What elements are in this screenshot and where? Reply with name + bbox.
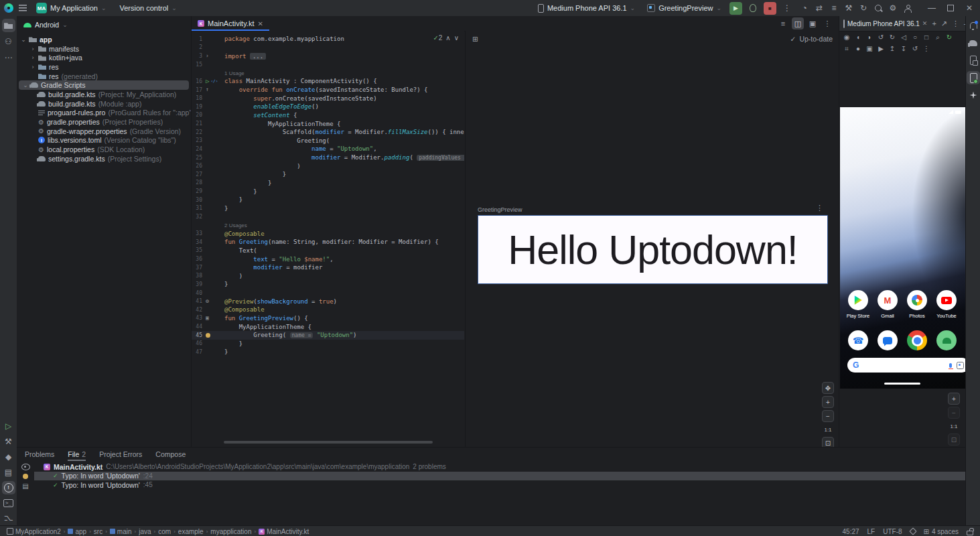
- code-line-35[interactable]: 35 Text(: [192, 247, 464, 255]
- version-control-tool-icon[interactable]: ⌥: [2, 512, 15, 525]
- code-line-31[interactable]: 31}: [192, 204, 464, 213]
- search-everywhere-icon[interactable]: [871, 1, 885, 15]
- code-line-39[interactable]: 39}: [192, 280, 464, 289]
- volume-down-icon[interactable]: ◗: [864, 32, 875, 42]
- app-quality-insights-icon[interactable]: ◆: [2, 450, 15, 464]
- code-line-38[interactable]: 38 ): [192, 272, 464, 281]
- horizontal-scrollbar[interactable]: [224, 441, 433, 444]
- device-zoom-out-button[interactable]: −: [948, 407, 960, 419]
- code-line-47[interactable]: 47}: [192, 348, 464, 356]
- tree-item-res-generated[interactable]: res (generated): [17, 72, 191, 81]
- rotate-right-icon[interactable]: ↻: [887, 32, 898, 42]
- code-line-24[interactable]: 24 name = "Uptodown",: [192, 145, 464, 153]
- code-line-46[interactable]: 46 }: [192, 340, 464, 348]
- google-search-bar[interactable]: G: [847, 358, 965, 373]
- code-line-23[interactable]: 23 Greeting(: [192, 137, 464, 145]
- preview-more-icon[interactable]: ⋮: [816, 204, 823, 212]
- quick-fix-icon[interactable]: [23, 474, 28, 479]
- tree-item-kotlin-java[interactable]: ›kotlin+java: [17, 53, 191, 62]
- prev-problem-icon[interactable]: ∧: [445, 34, 450, 42]
- structure-tool-icon[interactable]: ⚇: [2, 35, 15, 48]
- code-line-16[interactable]: 16▷‹/›class MainActivity : ComponentActi…: [192, 77, 464, 86]
- code-line-19[interactable]: 19 enableEdgeToEdge(): [192, 103, 464, 111]
- record-icon[interactable]: ●: [853, 44, 863, 54]
- breadcrumb-myapplication2[interactable]: MyApplication2: [7, 528, 61, 535]
- usage-hint-line[interactable]: 2 Usages: [192, 221, 464, 230]
- problems-tool-icon[interactable]: !: [2, 481, 15, 494]
- breadcrumb-example[interactable]: example: [178, 528, 204, 535]
- design-view-icon[interactable]: ▣: [807, 17, 819, 29]
- mirroring-icon[interactable]: ↻: [944, 32, 955, 42]
- maximize-button[interactable]: [944, 1, 957, 15]
- run-more-icon[interactable]: ⋮: [780, 1, 794, 15]
- upload-icon[interactable]: ↥: [887, 44, 898, 54]
- zoom-in-button[interactable]: +: [822, 396, 834, 408]
- preview-settings-icon[interactable]: ⚙: [206, 299, 209, 304]
- next-problem-icon[interactable]: ∨: [454, 34, 459, 42]
- code-line-45[interactable]: 45 Greeting( name = "Uptodown"): [192, 331, 464, 340]
- tree-item-app[interactable]: ⌄app: [17, 35, 191, 44]
- add-device-icon[interactable]: +: [932, 19, 936, 27]
- code-line-15[interactable]: 15: [192, 60, 464, 69]
- usage-hint-line[interactable]: 1 Usage: [192, 69, 464, 78]
- back-icon[interactable]: ◁: [898, 32, 909, 42]
- play-store-app-icon[interactable]: [848, 290, 868, 310]
- phone-app-icon[interactable]: ☎: [848, 330, 868, 350]
- split-view-icon[interactable]: ◫: [792, 17, 804, 29]
- editor-more-icon[interactable]: ⋮: [821, 17, 833, 29]
- more-tool-windows-icon[interactable]: ⋯: [2, 51, 15, 64]
- build-icon[interactable]: ⚒: [842, 1, 855, 15]
- mic-icon[interactable]: [949, 363, 952, 368]
- logcat-icon[interactable]: ▤: [2, 466, 15, 479]
- code-line-29[interactable]: 29 }: [192, 187, 464, 196]
- tree-item-gradle-scripts[interactable]: ⌄Gradle Scripts: [19, 80, 189, 90]
- tree-item-gradle-properties-project-properties[interactable]: ⚙gradle.properties (Project Properties): [17, 117, 191, 127]
- code-line-30[interactable]: 30 }: [192, 196, 464, 204]
- lens-icon[interactable]: [957, 362, 964, 369]
- code-line-3[interactable]: 3›import ...: [192, 52, 464, 60]
- chrome-app-icon[interactable]: [907, 330, 927, 350]
- messages-app-icon[interactable]: [878, 330, 898, 350]
- problems-tab-compose[interactable]: Compose: [155, 448, 186, 461]
- tree-item-proguard-rules-pro-proguard-rules-for-app[interactable]: proguard-rules.pro (ProGuard Rules for "…: [17, 109, 191, 118]
- gemini-icon[interactable]: [967, 88, 980, 102]
- indent-setting[interactable]: ⊞ 4 spaces: [924, 528, 959, 535]
- gradle-tool-icon[interactable]: [967, 36, 980, 50]
- code-view-icon[interactable]: ≡: [777, 17, 789, 29]
- preview-problem-icon[interactable]: [21, 464, 30, 470]
- highlighting-level-icon[interactable]: [909, 527, 916, 535]
- code-line-32[interactable]: 32: [192, 212, 464, 221]
- settings-icon[interactable]: ⚙: [886, 1, 900, 15]
- inspections-widget[interactable]: ✓2 ∧ ∨: [433, 34, 459, 42]
- gmail-app-icon[interactable]: M: [878, 290, 898, 310]
- breadcrumb-src[interactable]: src: [94, 528, 102, 535]
- gesture-nav-handle[interactable]: [884, 383, 920, 385]
- terminal-icon[interactable]: >_: [2, 496, 15, 510]
- power-icon[interactable]: ◉: [841, 32, 852, 42]
- tree-item-build-gradle-kts-module-app[interactable]: build.gradle.kts (Module :app): [17, 99, 191, 109]
- close-button[interactable]: ✕: [963, 1, 976, 15]
- gradle-sync-icon[interactable]: ↻: [857, 1, 870, 15]
- code-line-34[interactable]: 34fun Greeting(name: String, modifier: M…: [192, 238, 464, 247]
- code-vision-icon[interactable]: ‹/›: [210, 79, 218, 83]
- file-encoding[interactable]: UTF-8: [883, 528, 902, 535]
- screen-settings-icon[interactable]: ⌕: [932, 32, 943, 42]
- project-view-selector[interactable]: Android ⌄: [17, 16, 191, 34]
- device-selector[interactable]: Medium Phone API 36.1 ⌄: [534, 1, 639, 15]
- video-icon[interactable]: ▶: [876, 44, 886, 54]
- chevron-icon[interactable]: ⌄: [21, 36, 26, 43]
- code-line-28[interactable]: 28 }: [192, 179, 464, 188]
- caret-position[interactable]: 45:27: [843, 528, 859, 535]
- code-editor[interactable]: 1package com.example.myapplication23›imp…: [192, 31, 464, 447]
- build-tool-icon[interactable]: ⚒: [2, 435, 15, 448]
- volume-up-icon[interactable]: ◖: [853, 32, 863, 42]
- code-line-43[interactable]: 43▣fun GreetingPreview() {: [192, 314, 464, 323]
- code-line-2[interactable]: 2: [192, 44, 464, 52]
- run-tool-icon[interactable]: ▷: [2, 419, 15, 433]
- rotate-left-icon[interactable]: ↺: [876, 32, 886, 42]
- home-icon[interactable]: ○: [910, 32, 920, 42]
- code-line-40[interactable]: 40: [192, 289, 464, 297]
- code-line-42[interactable]: 42@Composable: [192, 306, 464, 314]
- compose-preview-icon[interactable]: ▣: [206, 316, 209, 321]
- running-devices-icon[interactable]: [967, 71, 980, 84]
